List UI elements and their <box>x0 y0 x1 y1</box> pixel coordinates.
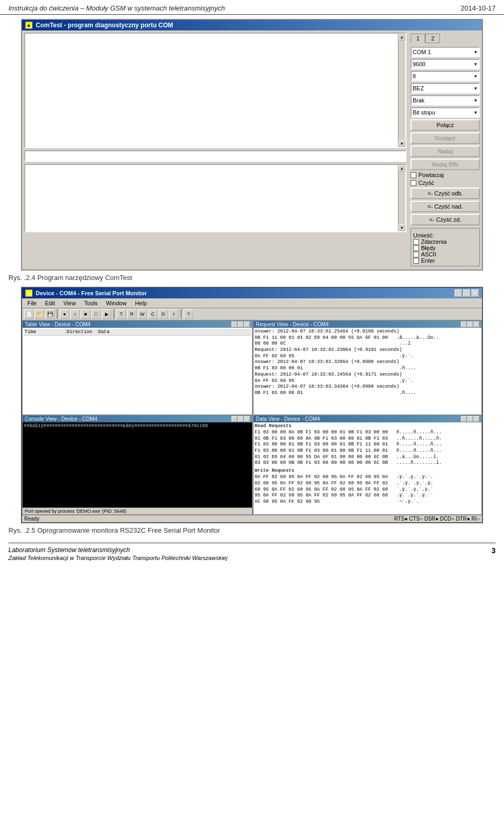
toolbar-btn-1[interactable]: 📄 <box>24 309 34 319</box>
maximize-button[interactable]: □ <box>463 289 470 297</box>
comtest-stopbits-dropdown[interactable]: Bit stopu ▼ <box>411 107 480 118</box>
czysc-nad-button[interactable]: <- Czyść nad. <box>411 201 480 212</box>
data-min-btn[interactable]: _ <box>461 416 467 422</box>
toolbar-btn-15[interactable]: ? <box>184 309 193 319</box>
comtest-com-value: COM 1 <box>413 49 431 55</box>
req-line-8: 0A FF 02 60 95 .ÿ.`. <box>255 378 480 385</box>
toolbar-btn-11[interactable]: W <box>138 309 147 319</box>
comtest-titlebar: ■ ComTest - program diagnostyczny portu … <box>22 20 482 30</box>
czysc-zd-button[interactable]: <- Czyść zd. <box>411 214 480 225</box>
table-close-btn[interactable]: × <box>244 322 250 327</box>
toolbar-btn-14[interactable]: I <box>169 309 178 319</box>
data-view-controls: _ □ × <box>461 416 479 422</box>
comtest-flow-dropdown[interactable]: Brak ▼ <box>411 95 480 106</box>
toolbar-btn-7[interactable]: □ <box>91 309 101 319</box>
enter-row: Enter <box>413 257 477 264</box>
request-close-btn[interactable]: × <box>474 322 479 327</box>
table-min-btn[interactable]: _ <box>232 322 237 327</box>
toolbar-btn-12[interactable]: C <box>148 309 158 319</box>
nadaj-button[interactable]: Nadaj <box>411 146 480 157</box>
scrollbar-down-arrow[interactable]: ▼ <box>398 140 405 147</box>
zdarzenia-checkbox[interactable] <box>413 239 419 245</box>
toolbar-btn-9[interactable]: T <box>117 309 126 319</box>
figure1-caption: Rys. .2.4 Program narzędziowy ComTest <box>8 274 496 282</box>
comtest-send-area[interactable]: ▲ ▼ <box>24 164 406 232</box>
menu-help[interactable]: Help <box>131 299 151 307</box>
read-line-5: 03 03 00 00 0B 0B F1 03 00 00 00 00 00 0… <box>255 460 480 466</box>
minimize-button[interactable]: _ <box>455 289 462 297</box>
comtest-parity-dropdown[interactable]: BEZ ▼ <box>411 83 480 94</box>
console-max-btn[interactable]: □ <box>238 416 244 422</box>
comtest-tab-2[interactable]: 2 <box>425 34 440 43</box>
scrollbar2-up-arrow[interactable]: ▲ <box>398 165 405 172</box>
read-requests-label: Read Requests <box>255 423 480 429</box>
comtest-tab-1[interactable]: 1 <box>411 34 425 43</box>
menu-tools[interactable]: Tools <box>80 299 102 307</box>
figure1-container: ■ ComTest - program diagnostyczny portu … <box>8 19 496 282</box>
czysc-checkbox[interactable] <box>411 180 416 186</box>
data-view-titlebar: Data View - Device - COM4 _ □ × <box>254 416 481 422</box>
close-button[interactable]: × <box>471 289 479 297</box>
request-max-btn[interactable]: □ <box>467 322 473 327</box>
request-view-titlebar: Request View - Device - COM4 _ □ × <box>254 321 481 328</box>
comtest-flow-arrow: ▼ <box>474 98 478 103</box>
table-view-controls: _ □ × <box>232 322 250 327</box>
req-line-3: Request: 2012-04-07 10:33:02.23064 (+0.9… <box>255 347 480 354</box>
toolbar-btn-2[interactable]: 📂 <box>35 309 44 319</box>
fspm-statusbar: Ready RTS● CTS○ DSR● DCD○ DTR● RI○ <box>22 515 482 522</box>
menu-edit[interactable]: Edit <box>41 299 59 307</box>
institution-name: Zakład Telekomunikacji w Transporcie Wyd… <box>8 555 227 561</box>
comtest-scrollbar1[interactable]: ▲ ▼ <box>398 34 405 147</box>
read-line-3: F1 03 00 00 01 0B F1 03 00 01 00 0B F1 1… <box>255 448 480 454</box>
write-requests-label: Write Requests <box>255 468 480 473</box>
read-line-2: F1 03 00 00 01 0B F1 03 00 00 01 0B F1 1… <box>255 442 480 448</box>
console-min-btn[interactable]: _ <box>232 416 237 422</box>
console-close-btn[interactable]: × <box>244 416 250 422</box>
menu-window[interactable]: Window <box>102 299 131 307</box>
console-view-controls: _ □ × <box>232 416 250 422</box>
comtest-com-dropdown[interactable]: COM 1 ▼ <box>411 47 480 57</box>
comtest-baud-arrow: ▼ <box>474 62 478 67</box>
data-view-subwindow: Data View - Device - COM4 _ □ × Read Req… <box>253 415 482 515</box>
menu-file[interactable]: File <box>23 299 41 307</box>
fspm-icon: ■ <box>25 289 33 297</box>
comtest-com-arrow: ▼ <box>474 50 478 55</box>
data-close-btn[interactable]: × <box>474 416 479 422</box>
ascii-checkbox[interactable] <box>413 252 419 257</box>
request-view-controls: _ □ × <box>461 322 479 327</box>
comtest-stopbits-value: Bit stopu <box>413 109 435 116</box>
czysc-label: Czyść <box>418 180 434 186</box>
toolbar-btn-13[interactable]: D <box>159 309 168 319</box>
fspm-titlebar: ■ Device - COM4 - Free Serial Port Monit… <box>22 288 482 298</box>
comtest-receive-area[interactable]: ▲ ▼ <box>24 33 406 148</box>
toolbar-btn-8[interactable]: ▶ <box>102 309 111 319</box>
czysc-odb-button[interactable]: <- Czyść odb. <box>411 188 480 199</box>
scrollbar-up-arrow[interactable]: ▲ <box>398 34 405 40</box>
toolbar-btn-10[interactable]: R <box>127 309 136 319</box>
table-col-time: Time <box>24 329 66 335</box>
request-min-btn[interactable]: _ <box>461 322 467 327</box>
powtarzaj-checkbox[interactable] <box>411 172 416 178</box>
umiec-group: Umieść: Zdarzenia Błędy ASCII <box>411 228 480 266</box>
data-max-btn[interactable]: □ <box>467 416 473 422</box>
scrollbar2-down-arrow[interactable]: ▼ <box>398 224 405 231</box>
comtest-baud-dropdown[interactable]: 9600 ▼ <box>411 59 480 69</box>
powtarzaj-row: Powtarzaj <box>411 172 480 178</box>
table-view-title: Table View - Device - COM4 <box>25 322 90 327</box>
comtest-input-field[interactable] <box>24 150 406 162</box>
write-line-4: AC 60 95 0A FF 02 60 95 ¬`.ÿ.`. <box>255 499 480 505</box>
nadaj-bin-button[interactable]: Nadaj BIN <box>411 159 480 170</box>
comtest-scrollbar2[interactable]: ▲ ▼ <box>398 165 405 231</box>
polacz-button[interactable]: Połącz <box>411 119 480 131</box>
bledy-checkbox[interactable] <box>413 245 419 251</box>
comtest-bits-dropdown[interactable]: 8 ▼ <box>411 71 480 81</box>
enter-label: Enter <box>421 257 435 264</box>
toolbar-btn-3[interactable]: 💾 <box>45 309 55 319</box>
toolbar-btn-5[interactable]: ○ <box>70 309 80 319</box>
rozlacz-button[interactable]: Rozłącz <box>411 132 480 144</box>
table-max-btn[interactable]: □ <box>238 322 244 327</box>
menu-view[interactable]: View <box>59 299 80 307</box>
toolbar-btn-4[interactable]: ● <box>60 309 69 319</box>
enter-checkbox[interactable] <box>413 258 419 264</box>
toolbar-btn-6[interactable]: ■ <box>81 309 90 319</box>
